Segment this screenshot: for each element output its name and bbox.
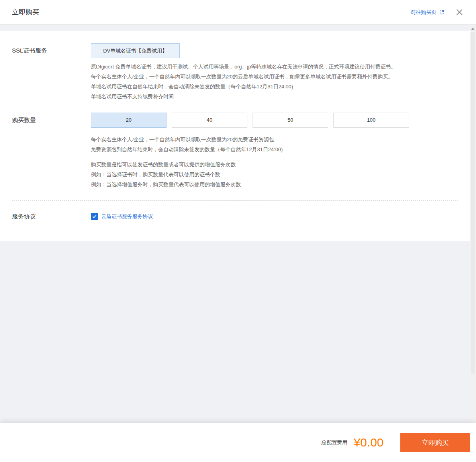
cert-type-option-selected[interactable]: DV单域名证书【免费试用】	[91, 43, 180, 58]
ssl-desc-line-1-underlined: 原DIgicert 免费单域名证书	[91, 64, 151, 70]
dialog-title: 立即购买	[12, 8, 39, 17]
header-actions: 前往购买页	[411, 8, 463, 16]
quantity-description-2: 购买数量是指可以签发证书的数量或者可以提供的增值服务次数 例如：当选择证书时，购…	[91, 160, 409, 189]
total-cost-label: 总配置费用	[321, 439, 347, 446]
ssl-service-row: SSL证书服务 DV单域名证书【免费试用】 原DIgicert 免费单域名证书，…	[12, 31, 458, 101]
dashed-divider	[12, 200, 458, 201]
external-link-icon	[439, 10, 445, 15]
purchase-footer-bar: 总配置费用 ¥0.00 立即购买	[0, 423, 476, 462]
qty-desc-line-4: 例如：当选择证书时，购买数量代表可以使用的证书个数	[91, 170, 409, 179]
ssl-service-description: 原DIgicert 免费单域名证书，建议用于测试、个人试用等场景，org、jp等…	[91, 62, 396, 101]
agreement-control: 云盾证书服务服务协议	[91, 213, 153, 220]
goto-purchase-page-label: 前往购买页	[411, 9, 437, 16]
quantity-label: 购买数量	[12, 113, 91, 189]
dialog-body: SSL证书服务 DV单域名证书【免费试用】 原DIgicert 免费单域名证书，…	[0, 25, 470, 423]
qty-desc-line-1: 每个实名主体个人/企业，一个自然年内可以领取一次数量为20的免费证书资源包	[91, 135, 409, 144]
agreement-checkbox[interactable]	[91, 213, 98, 220]
agreement-content: 云盾证书服务服务协议	[91, 213, 153, 220]
quantity-option-50[interactable]: 50	[253, 113, 328, 128]
quantity-option-20[interactable]: 20	[91, 113, 167, 128]
buy-now-button[interactable]: 立即购买	[400, 433, 470, 452]
scrollbar-up-arrow-icon[interactable]	[471, 27, 474, 30]
ssl-desc-line-1: 原DIgicert 免费单域名证书，建议用于测试、个人试用等场景，org、jp等…	[91, 62, 396, 72]
scrollbar-thumb[interactable]	[471, 32, 475, 374]
qty-desc-line-3: 购买数量是指可以签发证书的数量或者可以提供的增值服务次数	[91, 160, 409, 170]
quantity-content: 20 40 50 100 每个实名主体个人/企业，一个自然年内可以领取一次数量为…	[91, 113, 409, 189]
goto-purchase-page-link[interactable]: 前往购买页	[411, 9, 445, 16]
agreement-label: 服务协议	[12, 213, 91, 220]
agreement-row: 服务协议 云盾证书服务服务协议	[12, 213, 458, 220]
quantity-description-1: 每个实名主体个人/企业，一个自然年内可以领取一次数量为20的免费证书资源包 免费…	[91, 135, 409, 154]
ssl-desc-line-1-rest: ，建议用于测试、个人试用等场景，org、jp等特殊域名存在无法申请的情况，正式环…	[151, 64, 396, 70]
qty-desc-line-5: 例如：当选择增值服务时，购买数量代表可以使用的增值服务次数	[91, 179, 409, 189]
quantity-option-40[interactable]: 40	[172, 113, 247, 128]
quantity-row: 购买数量 20 40 50 100 每个实名主体个人/企业，一个自然年内可以领取…	[12, 113, 458, 189]
ssl-desc-line-4: 单域名试用证书不支持续费补齐时间	[91, 92, 396, 101]
close-button[interactable]	[456, 8, 463, 16]
checkmark-icon	[92, 214, 97, 219]
dialog-header: 立即购买 前往购买页	[0, 0, 476, 25]
total-price-value: ¥0.00	[354, 436, 384, 449]
ssl-service-label: SSL证书服务	[12, 43, 91, 101]
quantity-options: 20 40 50 100	[91, 113, 409, 128]
purchase-form-card: SSL证书服务 DV单域名证书【免费试用】 原DIgicert 免费单域名证书，…	[0, 31, 470, 241]
ssl-desc-line-2: 每个实名主体个人/企业，一个自然年内可以领取一次数量为20的云盾单域名试用证书，…	[91, 72, 396, 82]
agreement-link[interactable]: 云盾证书服务服务协议	[101, 213, 153, 220]
qty-desc-line-2: 免费资源包到自然年结束时，会自动清除未签发的数量（每个自然年12月31日24:0…	[91, 144, 409, 154]
vertical-scrollbar[interactable]	[470, 25, 476, 423]
close-icon	[456, 8, 463, 16]
ssl-desc-line-3: 单域名试用证书在自然年结束时，会自动清除未签发的数量（每个自然年12月31日24…	[91, 82, 396, 92]
quantity-option-100[interactable]: 100	[333, 113, 409, 128]
ssl-service-content: DV单域名证书【免费试用】 原DIgicert 免费单域名证书，建议用于测试、个…	[91, 43, 396, 101]
